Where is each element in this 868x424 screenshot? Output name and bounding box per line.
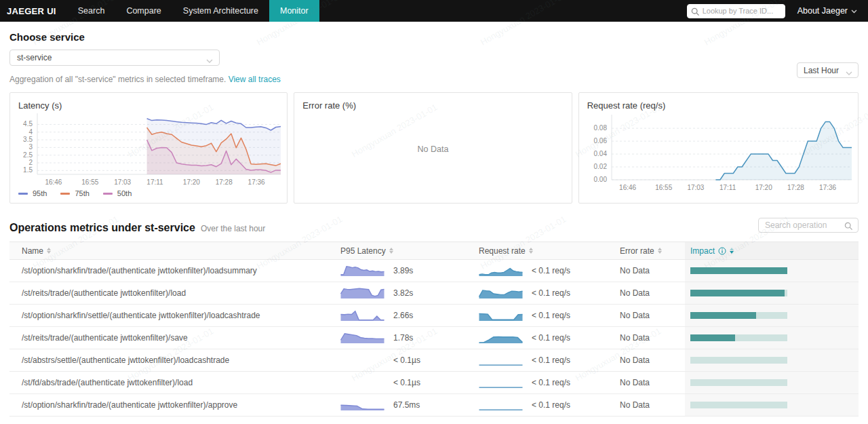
column-label: Request rate	[479, 246, 526, 256]
operation-name[interactable]: /st/option/sharkfin/trade/(authenticate …	[9, 260, 335, 282]
service-select-value: st-service	[17, 53, 52, 62]
legend-label: 75th	[75, 189, 89, 197]
request-rate-value: < 0.1 req/s	[532, 266, 570, 275]
request-rate-cell: < 0.1 req/s	[473, 349, 614, 371]
sparkline-chart	[479, 377, 523, 389]
nav-menu: SearchCompareSystem ArchitectureMonitor	[67, 0, 319, 22]
p95-sparkline	[340, 332, 384, 344]
p95-latency-cell: < 0.1µs	[335, 349, 473, 371]
aggregation-text: Aggregation of all "st-service" metrics …	[9, 75, 226, 84]
no-data-label: No Data	[294, 144, 571, 154]
timeframe-value: Last Hour	[804, 66, 839, 75]
service-select[interactable]: st-service	[9, 50, 220, 66]
page-title: Choose service	[9, 31, 868, 43]
impact-cell	[685, 327, 859, 349]
table-row[interactable]: /st/option/sharkfin/trade/(authenticate …	[9, 394, 859, 417]
nav-item-search[interactable]: Search	[67, 0, 116, 22]
svg-text:0.00: 0.00	[593, 176, 607, 183]
operation-search-input[interactable]	[758, 218, 859, 233]
table-row[interactable]: /st/abstrs/settle/(authenticate jwttoken…	[9, 349, 859, 372]
operations-table-body: /st/option/sharkfin/trade/(authenticate …	[9, 260, 859, 417]
nav-item-compare[interactable]: Compare	[115, 0, 172, 22]
column-header-error-rate[interactable]: Error rate	[614, 242, 685, 259]
table-row[interactable]: /st/option/sharkfin/settle/(authenticate…	[9, 305, 859, 327]
sort-icon	[389, 248, 393, 254]
svg-text:4: 4	[28, 128, 33, 136]
operation-name[interactable]: /st/option/sharkfin/trade/(authenticate …	[9, 394, 335, 416]
error-rate-panel-title: Error rate (%)	[302, 100, 356, 111]
table-row[interactable]: /st/reits/trade/(authenticate jwttokenfi…	[9, 327, 859, 349]
table-row[interactable]: /st/reits/trade/(authenticate jwttokenfi…	[9, 282, 859, 305]
nav-item-monitor[interactable]: Monitor	[269, 0, 319, 22]
impact-bar	[690, 402, 787, 408]
p95-latency-value: 2.66s	[393, 311, 413, 320]
impact-cell	[685, 349, 859, 371]
p95-latency-cell: < 0.1µs	[335, 372, 473, 393]
svg-text:4.5: 4.5	[23, 120, 33, 128]
trace-id-input[interactable]	[687, 4, 785, 18]
impact-cell	[685, 282, 859, 304]
legend-swatch	[18, 193, 28, 195]
legend-item-95th[interactable]: 95th	[18, 189, 47, 197]
column-header-p95-latency[interactable]: P95 Latency	[335, 242, 473, 259]
error-rate-cell: No Data	[614, 394, 685, 416]
sparkline-chart	[340, 287, 384, 299]
operation-name[interactable]: /st/fd/abs/trade/(authenticate jwttokenf…	[9, 372, 335, 393]
service-metrics-panels: Latency (s) 1.522.533.544.516:4616:5517:…	[9, 92, 859, 204]
impact-bar-fill	[690, 334, 735, 341]
latency-legend: 95th75th50th	[18, 189, 132, 197]
impact-bar	[690, 290, 787, 296]
impact-bar	[690, 379, 787, 386]
operation-name[interactable]: /st/reits/trade/(authenticate jwttokenfi…	[9, 327, 335, 349]
svg-text:17:03: 17:03	[687, 184, 704, 191]
p95-latency-cell: 67.5ms	[335, 394, 473, 416]
operation-name[interactable]: /st/reits/trade/(authenticate jwttokenfi…	[9, 282, 335, 304]
info-icon[interactable]	[718, 247, 726, 255]
latency-panel-title: Latency (s)	[18, 100, 62, 111]
p95-sparkline	[340, 377, 384, 389]
svg-text:17:20: 17:20	[183, 178, 200, 186]
chevron-down-icon	[851, 6, 857, 16]
request-rate-value: < 0.1 req/s	[532, 378, 570, 387]
legend-label: 50th	[117, 189, 132, 197]
legend-item-75th[interactable]: 75th	[60, 189, 89, 197]
sparkline-chart	[340, 309, 384, 322]
p95-latency-value: 1.78s	[393, 333, 413, 343]
app-logo[interactable]: JAEGER UI	[0, 0, 67, 22]
view-all-traces-link[interactable]: View all traces	[229, 75, 281, 84]
table-row[interactable]: /st/fd/abs/trade/(authenticate jwttokenf…	[9, 372, 859, 394]
request-rate-value: < 0.1 req/s	[532, 355, 570, 365]
operation-name[interactable]: /st/abstrs/settle/(authenticate jwttoken…	[9, 349, 335, 371]
error-rate-panel: Error rate (%) No Data	[294, 92, 572, 204]
top-navbar: JAEGER UI SearchCompareSystem Architectu…	[0, 0, 868, 22]
legend-item-50th[interactable]: 50th	[103, 189, 132, 197]
error-rate-cell: No Data	[614, 372, 685, 393]
table-row[interactable]: /st/option/sharkfin/trade/(authenticate …	[9, 260, 859, 282]
operation-name[interactable]: /st/option/sharkfin/settle/(authenticate…	[9, 305, 335, 326]
chevron-down-icon	[206, 56, 213, 66]
column-header-request-rate[interactable]: Request rate	[473, 242, 614, 259]
sparkline-chart	[479, 309, 523, 322]
column-header-name[interactable]: Name	[9, 242, 335, 259]
operation-search	[758, 218, 859, 233]
request-rate-cell: < 0.1 req/s	[473, 305, 614, 326]
about-jaeger-menu[interactable]: About Jaeger	[797, 0, 868, 22]
p95-latency-value: 67.5ms	[393, 400, 420, 410]
request-rate-value: < 0.1 req/s	[532, 311, 570, 320]
column-label: Name	[22, 246, 43, 256]
operations-table: Name P95 Latency Request rate Error rate…	[9, 242, 859, 417]
nav-spacer	[319, 0, 687, 22]
column-header-impact[interactable]: Impact	[685, 242, 859, 259]
p95-sparkline	[340, 265, 384, 277]
impact-bar-fill	[690, 290, 785, 296]
latency-chart: 1.522.533.544.516:4616:5517:0317:1117:20…	[13, 111, 285, 195]
request-rate-panel: Request rate (req/s) 0.000.020.040.060.0…	[578, 92, 859, 204]
nav-item-system-architecture[interactable]: System Architecture	[172, 0, 269, 22]
sparkline-chart	[340, 399, 384, 411]
timeframe-select[interactable]: Last Hour	[797, 62, 859, 78]
request-rate-cell: < 0.1 req/s	[473, 327, 614, 349]
p95-sparkline	[340, 287, 384, 299]
about-jaeger-label: About Jaeger	[797, 6, 848, 16]
sparkline-chart	[340, 265, 384, 277]
p95-sparkline	[340, 399, 384, 411]
